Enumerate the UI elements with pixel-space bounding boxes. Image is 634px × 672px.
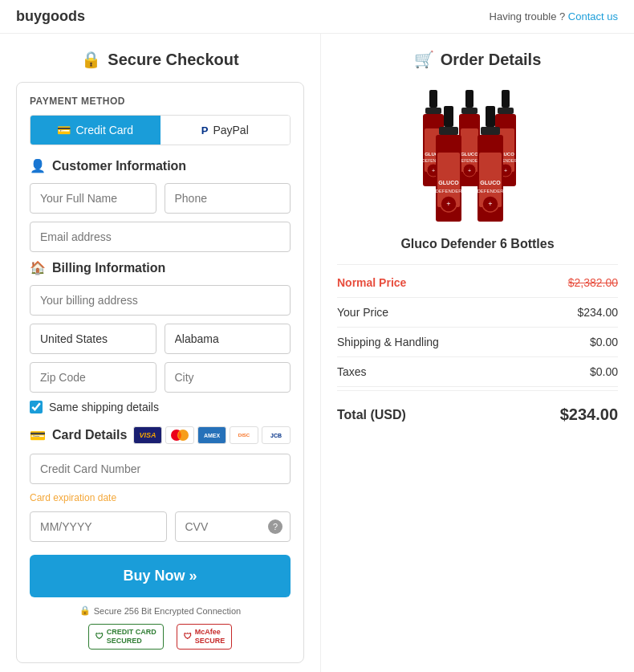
order-panel: 🛒 Order Details GLUCO DEFENDER +	[321, 34, 634, 672]
mcafee-badge: 🛡 McAfeeSECURE	[177, 624, 233, 650]
mcafee-icon: 🛡	[184, 632, 192, 641]
checkout-box: PAYMENT METHOD 💳 Credit Card P PayPal 👤 …	[16, 82, 304, 663]
contact-link[interactable]: Contact us	[568, 10, 618, 22]
svg-text:GLUCO: GLUCO	[438, 180, 459, 185]
card-details-title: 💳 Card Details	[30, 428, 127, 443]
credit-card-tab[interactable]: 💳 Credit Card	[30, 116, 161, 145]
same-shipping-checkbox[interactable]	[30, 401, 43, 413]
svg-text:+: +	[432, 168, 435, 173]
billing-address-input[interactable]	[30, 285, 291, 316]
product-name: Gluco Defender 6 Bottles	[337, 237, 618, 251]
svg-rect-34	[486, 106, 495, 127]
shipping-value: $0.00	[590, 336, 618, 348]
shield-icon: 🔒	[79, 605, 91, 616]
city-input[interactable]	[165, 362, 291, 393]
paypal-icon: P	[201, 124, 209, 136]
product-image: GLUCO DEFENDER + GLUCO DEFENDER +	[337, 82, 618, 229]
svg-rect-18	[502, 90, 510, 108]
name-phone-row	[30, 183, 291, 214]
mastercard-icon	[165, 426, 194, 444]
customer-info-title: 👤 Customer Information	[30, 158, 291, 173]
taxes-value: $0.00	[590, 365, 618, 378]
address-row	[30, 285, 291, 316]
card-details-header: 💳 Card Details VISA AMEX DISC JCB	[30, 426, 291, 444]
svg-text:GLUCO: GLUCO	[461, 152, 478, 157]
paypal-tab[interactable]: P PayPal	[161, 116, 291, 145]
bottles-svg: GLUCO DEFENDER + GLUCO DEFENDER +	[389, 82, 566, 226]
jcb-icon: JCB	[262, 426, 291, 444]
checkout-panel: 🔒 Secure Checkout PAYMENT METHOD 💳 Credi…	[0, 34, 321, 672]
svg-rect-27	[439, 127, 458, 135]
main-layout: 🔒 Secure Checkout PAYMENT METHOD 💳 Credi…	[0, 34, 634, 672]
total-row: Total (USD) $234.00	[337, 394, 618, 435]
secure-text: 🔒 Secure 256 Bit Encrypted Connection	[30, 605, 291, 616]
taxes-label: Taxes	[337, 365, 367, 378]
payment-method-label: PAYMENT METHOD	[30, 96, 291, 107]
card-icon: 💳	[30, 428, 46, 443]
buy-now-button[interactable]: Buy Now »	[30, 555, 291, 597]
svg-text:+: +	[488, 200, 492, 208]
svg-text:DEFENDER: DEFENDER	[458, 158, 481, 163]
logo: buygoods	[16, 8, 85, 25]
card-number-row	[30, 454, 291, 484]
cart-icon: 🛒	[414, 50, 434, 69]
shipping-label: Shipping & Handling	[337, 336, 439, 348]
your-price-row: Your Price $234.00	[337, 298, 618, 328]
expiry-input[interactable]	[30, 511, 167, 542]
cvv-help-icon[interactable]: ?	[268, 519, 282, 534]
discover-icon: DISC	[230, 426, 258, 444]
svg-rect-11	[461, 108, 478, 114]
total-value: $234.00	[560, 405, 618, 424]
credit-card-secured-badge: 🛡 CREDIT CARDSECURED	[88, 624, 164, 650]
paypal-label: PayPal	[213, 124, 248, 136]
phone-input[interactable]	[165, 183, 291, 214]
shipping-row: Shipping & Handling $0.00	[337, 328, 618, 357]
header-right: Having trouble ? Contact us	[490, 10, 618, 22]
zip-city-row	[30, 362, 291, 393]
billing-icon: 🏠	[30, 260, 46, 275]
credit-card-icon: 💳	[57, 124, 71, 136]
shield-check-icon: 🛡	[96, 632, 104, 641]
email-row	[30, 222, 291, 252]
trouble-text: Having trouble ?	[490, 10, 566, 22]
order-title: 🛒 Order Details	[337, 50, 618, 69]
expiry-cvv-row: ?	[30, 511, 291, 542]
expiry-section: Card expiration date ?	[30, 492, 291, 542]
lock-icon: 🔒	[81, 50, 101, 69]
svg-text:DEFENDER: DEFENDER	[477, 189, 504, 193]
country-select[interactable]: United States	[30, 324, 156, 354]
state-select[interactable]: Alabama	[165, 324, 291, 354]
svg-rect-19	[498, 108, 514, 114]
svg-text:+: +	[446, 200, 450, 208]
taxes-row: Taxes $0.00	[337, 357, 618, 387]
expiry-label: Card expiration date	[30, 492, 291, 503]
full-name-input[interactable]	[30, 183, 156, 214]
country-state-row: United States Alabama	[30, 324, 291, 354]
visa-icon: VISA	[133, 426, 162, 444]
normal-price-label: Normal Price	[337, 276, 406, 289]
svg-text:+: +	[468, 168, 471, 173]
divider-top	[337, 264, 618, 265]
normal-price-row: Normal Price $2,382.00	[337, 268, 618, 298]
your-price-label: Your Price	[337, 306, 388, 319]
card-icons: VISA AMEX DISC JCB	[133, 426, 291, 444]
svg-rect-2	[429, 90, 437, 108]
state-wrapper: Alabama	[165, 324, 291, 354]
cvv-wrapper: ?	[175, 511, 291, 542]
trust-badges: 🛡 CREDIT CARDSECURED 🛡 McAfeeSECURE	[30, 624, 291, 650]
payment-tabs: 💳 Credit Card P PayPal	[30, 115, 291, 145]
country-wrapper: United States	[30, 324, 156, 354]
email-input[interactable]	[30, 222, 291, 252]
billing-info-title: 🏠 Billing Information	[30, 260, 291, 275]
svg-rect-35	[481, 127, 500, 135]
same-shipping-label[interactable]: Same shipping details	[49, 401, 159, 413]
amex-icon: AMEX	[197, 426, 226, 444]
svg-rect-10	[465, 90, 473, 108]
zip-input[interactable]	[30, 362, 156, 393]
normal-price-value: $2,382.00	[568, 276, 618, 289]
card-number-input[interactable]	[30, 454, 291, 484]
svg-text:+: +	[504, 168, 507, 173]
checkout-title: 🔒 Secure Checkout	[16, 50, 304, 69]
credit-card-label: Credit Card	[75, 124, 133, 136]
your-price-value: $234.00	[577, 306, 618, 319]
